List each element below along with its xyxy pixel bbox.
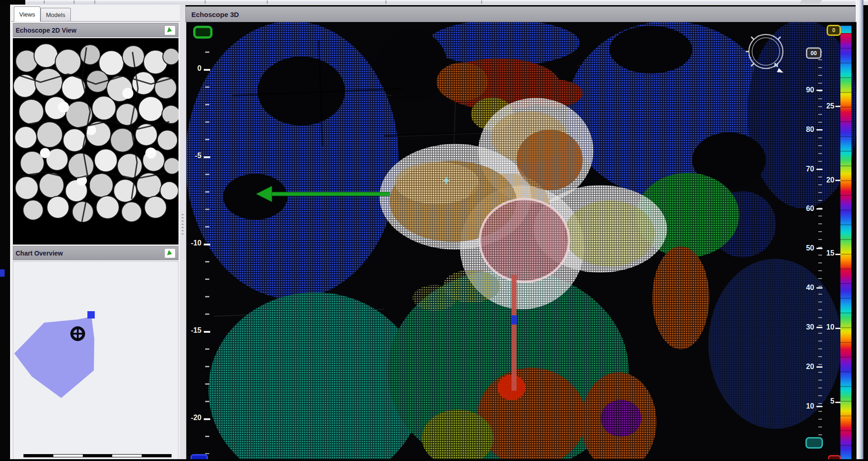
range-label: 10	[822, 323, 834, 331]
intensity-label: 10	[799, 402, 814, 410]
range-slider-top-handle[interactable]: 0	[827, 25, 841, 36]
intensity-label: 20	[799, 363, 814, 371]
intensity-label: 50	[799, 244, 814, 252]
intensity-slider-bottom-handle[interactable]	[805, 437, 823, 449]
echoscope-2d-title: Echoscope 2D View	[16, 27, 76, 34]
depth-label: -5	[183, 152, 201, 160]
depth-slider-top-handle[interactable]	[193, 26, 213, 39]
sonar-2d-image	[13, 38, 178, 245]
intensity-label: 90	[799, 86, 814, 94]
popout-arrow-icon	[167, 27, 172, 33]
application-window: Views Models Echoscope 2D View	[0, 0, 868, 461]
range-label: 5	[822, 397, 834, 405]
popout-arrow-icon	[167, 250, 172, 256]
range-colorbar	[840, 26, 851, 461]
depth-label: -20	[183, 414, 201, 422]
depth-marker-line	[512, 275, 517, 391]
toolbar-separator	[44, 0, 45, 4]
echoscope-3d-panel-header: Echoscope 3D	[185, 6, 856, 22]
toolbar-separator	[481, 0, 482, 4]
tab-views-label: Views	[19, 11, 35, 18]
left-margin	[0, 5, 10, 461]
chart-overview-title: Chart Overview	[16, 250, 63, 257]
popout-button[interactable]	[164, 248, 176, 258]
intensity-top-handle-label: 00	[811, 50, 816, 57]
intensity-label: 40	[799, 284, 814, 292]
depth-label: -10	[183, 239, 201, 247]
tab-views[interactable]: Views	[14, 6, 40, 22]
range-label: 20	[822, 176, 834, 184]
echoscope-3d-title: Echoscope 3D	[191, 11, 239, 18]
toolbar-separator	[94, 0, 95, 4]
popout-button[interactable]	[164, 25, 176, 35]
toolbar-separator	[385, 0, 386, 4]
cursor-square-marker[interactable]	[87, 311, 95, 319]
tab-models[interactable]: Models	[40, 8, 71, 21]
echoscope-3d-viewport[interactable]: N	[185, 22, 857, 461]
toolbar-fragment	[799, 0, 822, 4]
chart-overview-map	[13, 262, 178, 461]
intensity-slider-top-handle[interactable]: 00	[806, 47, 822, 59]
echoscope-2d-view[interactable]	[13, 38, 178, 245]
range-label: 15	[822, 249, 834, 257]
depth-label: -15	[183, 326, 201, 335]
range-top-handle-label: 0	[832, 27, 835, 34]
depth-axis-major-ticks	[204, 69, 210, 420]
intensity-label: 60	[799, 205, 814, 213]
splitter-grip[interactable]	[182, 214, 184, 234]
range-scale-ticks	[835, 106, 840, 404]
intensity-label: 80	[799, 125, 814, 134]
intensity-label: 30	[799, 323, 814, 331]
compass-north-label: N	[774, 62, 778, 68]
depth-label: 0	[183, 64, 201, 73]
sidebar: Views Models Echoscope 2D View	[10, 5, 181, 461]
echoscope-2d-panel-header: Echoscope 2D View	[13, 23, 178, 37]
target-crosshair-icon[interactable]	[70, 326, 85, 341]
chart-overview-view[interactable]: 25 m	[13, 261, 178, 461]
sonar-3d-scene: N	[186, 22, 857, 461]
intensity-label: 70	[799, 165, 814, 173]
toolbar-separator	[74, 0, 75, 4]
left-margin-fragment	[0, 269, 5, 277]
window-right-scrollbar[interactable]	[856, 0, 863, 461]
tab-models-label: Models	[46, 11, 65, 18]
chart-overview-panel-header: Chart Overview	[13, 246, 178, 260]
map-scale-bar	[23, 454, 172, 457]
range-label: 25	[822, 102, 834, 110]
toolbar-separator	[205, 0, 206, 4]
toolbar-separator	[267, 0, 268, 4]
window-bottom-edge	[0, 459, 868, 461]
